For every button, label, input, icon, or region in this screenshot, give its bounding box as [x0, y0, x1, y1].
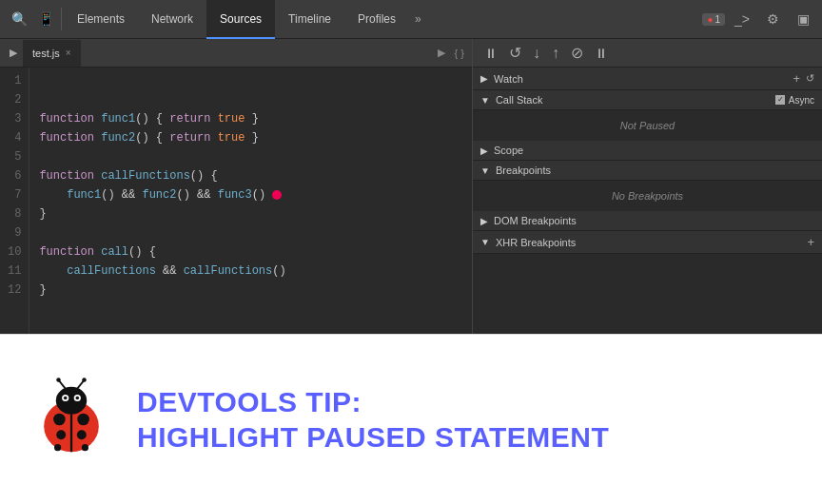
async-toggle[interactable]: Async — [775, 95, 814, 106]
step-out-button[interactable]: ↑ — [548, 45, 563, 62]
file-tab-testjs[interactable]: test.js × — [23, 40, 81, 67]
svg-point-12 — [76, 397, 80, 400]
bottom-banner: DevTools Tip: Highlight Paused Statement — [0, 334, 822, 504]
breakpoints-content: No Breakpoints — [473, 181, 822, 211]
watch-refresh-button[interactable]: ↺ — [806, 72, 814, 85]
tab-profiles[interactable]: Profiles — [344, 0, 409, 39]
svg-point-6 — [77, 414, 89, 426]
watch-arrow-icon: ▶ — [480, 73, 488, 84]
more-tabs[interactable]: » — [409, 12, 427, 26]
dom-breakpoints-arrow-icon: ▶ — [480, 216, 488, 226]
xhr-breakpoints-section-header[interactable]: ▼ XHR Breakpoints + — [473, 231, 822, 254]
step-over-button[interactable]: ↺ — [505, 44, 525, 62]
async-label-text: Async — [789, 95, 814, 106]
tab-network[interactable]: Network — [138, 0, 206, 39]
svg-point-11 — [64, 397, 68, 400]
xhr-breakpoints-add-button[interactable]: + — [807, 235, 814, 249]
file-tab-right: ▶ { } — [434, 47, 468, 59]
svg-point-3 — [53, 414, 66, 426]
watch-add-button[interactable]: + — [793, 71, 800, 86]
main-area: ▶ test.js × ▶ { } 1 2 3 4 5 6 7 8 9 10 — [0, 39, 822, 334]
tip-title-line1: DevTools Tip: — [137, 386, 609, 417]
xhr-breakpoints-arrow-icon: ▼ — [480, 237, 490, 247]
dom-breakpoints-label: DOM Breakpoints — [494, 215, 577, 226]
debug-sections: ▶ Watch + ↺ ▼ Call Stack Async Not Pause… — [473, 68, 822, 334]
dock-icon[interactable]: ▣ — [790, 6, 816, 32]
code-area: 1 2 3 4 5 6 7 8 9 10 11 12 function func… — [0, 68, 472, 334]
breakpoints-label: Breakpoints — [496, 165, 551, 176]
file-tabbar: ▶ test.js × ▶ { } — [0, 39, 472, 68]
code-panel: ▶ test.js × ▶ { } 1 2 3 4 5 6 7 8 9 10 — [0, 39, 472, 334]
tab-timeline[interactable]: Timeline — [275, 0, 344, 39]
line-numbers: 1 2 3 4 5 6 7 8 9 10 11 12 — [0, 68, 29, 334]
format-icon[interactable]: { } — [451, 48, 468, 59]
pause-on-exception-button[interactable]: ⏸ — [591, 46, 612, 61]
call-stack-section-header[interactable]: ▼ Call Stack Async — [473, 90, 822, 110]
toolbar-right: ● 1 _> ⚙ ▣ — [702, 6, 816, 32]
svg-point-5 — [54, 444, 61, 451]
pause-resume-button[interactable]: ⏸ — [480, 46, 501, 61]
xhr-breakpoints-label: XHR Breakpoints — [496, 237, 576, 248]
async-checkbox[interactable] — [775, 95, 785, 105]
scope-label: Scope — [494, 145, 523, 156]
debug-toolbar: ⏸ ↺ ↓ ↑ ⊘ ⏸ — [473, 39, 822, 68]
svg-point-14 — [56, 378, 61, 382]
tip-title-line2: Highlight Paused Statement — [137, 421, 609, 453]
file-tab-label: test.js — [32, 48, 60, 59]
svg-point-7 — [77, 430, 87, 439]
tab-sources[interactable]: Sources — [206, 0, 275, 39]
watch-label: Watch — [494, 73, 523, 85]
breakpoints-arrow-icon: ▼ — [480, 165, 490, 176]
ladybug-icon — [29, 377, 114, 462]
deactivate-button[interactable]: ⊘ — [567, 44, 587, 62]
call-stack-arrow-icon: ▼ — [480, 95, 490, 106]
scope-arrow-icon: ▶ — [480, 145, 488, 156]
code-content: function func1() { return true } functio… — [29, 68, 472, 334]
dom-breakpoints-section-header[interactable]: ▶ DOM Breakpoints — [473, 211, 822, 231]
error-circle-icon: ● — [707, 14, 713, 25]
settings-icon[interactable]: ⚙ — [759, 6, 786, 32]
step-into-button[interactable]: ↓ — [529, 45, 544, 62]
call-stack-content: Not Paused — [473, 110, 822, 141]
error-badge[interactable]: ● 1 — [702, 13, 725, 26]
close-tab-button[interactable]: × — [66, 48, 71, 58]
svg-point-8 — [82, 444, 88, 451]
watch-section-header[interactable]: ▶ Watch + ↺ — [473, 68, 822, 90]
search-icon[interactable]: 🔍 — [6, 6, 32, 32]
svg-point-4 — [56, 430, 66, 439]
breakpoints-section-header[interactable]: ▼ Breakpoints — [473, 161, 822, 181]
tip-text-block: DevTools Tip: Highlight Paused Statement — [137, 386, 609, 453]
svg-point-16 — [82, 378, 87, 382]
no-breakpoints-status: No Breakpoints — [480, 184, 814, 207]
call-stack-label: Call Stack — [496, 94, 543, 106]
terminal-icon[interactable]: _> — [729, 6, 755, 32]
mobile-icon[interactable]: 📱 — [32, 6, 59, 32]
scope-section-header[interactable]: ▶ Scope — [473, 141, 822, 161]
tab-elements[interactable]: Elements — [64, 0, 138, 39]
not-paused-status: Not Paused — [480, 114, 814, 137]
run-button[interactable]: ▶ — [4, 44, 23, 63]
devtools-toolbar: 🔍 📱 Elements Network Sources Timeline Pr… — [0, 0, 822, 39]
separator — [61, 8, 62, 30]
debugger-panel: ⏸ ↺ ↓ ↑ ⊘ ⏸ ▶ Watch + ↺ ▼ Call Stack As — [472, 39, 822, 334]
play-icon[interactable]: ▶ — [434, 47, 449, 59]
